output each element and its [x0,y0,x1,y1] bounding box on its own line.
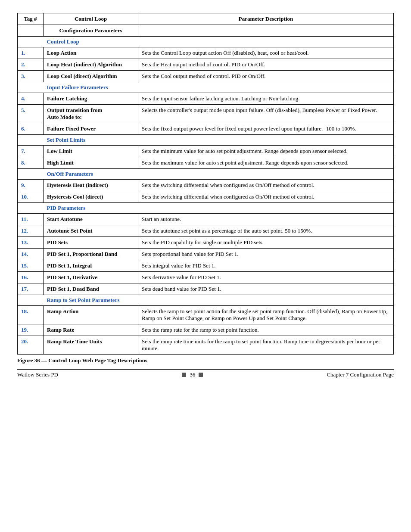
param-name-cell: Loop Cool (direct) Algorithm [44,71,138,82]
param-name-cell: High Limit [44,157,138,169]
footer-square-right [199,373,203,377]
footer: Watlow Series PD 36 Chapter 7 Configurat… [17,369,394,378]
tag-number: 1. [21,50,25,56]
section-label: Set Point Limits [44,135,394,146]
main-table: Tag # Control Loop Parameter Description… [17,13,394,355]
param-desc-cell: Sets dead band value for PID Set 1. [138,283,394,295]
tag-cell: 17. [18,283,44,295]
param-name-cell: Low Limit [44,146,138,157]
param-name: Output transition fromAuto Mode to: [47,107,102,120]
param-desc-cell: Start an autotune. [138,214,394,225]
table-row: 8.High LimitSets the maximum value for a… [18,157,394,169]
param-desc-cell: Sets the ramp rate for the ramp to set p… [138,324,394,336]
param-desc-cell: Selects the controller's output mode upo… [138,105,394,123]
section-label: PID Parameters [44,203,394,214]
config-subheader-empty2 [138,25,394,37]
param-desc-cell: Sets proportional band value for PID Set… [138,249,394,260]
param-name-cell: Output transition fromAuto Mode to: [44,105,138,123]
tag-cell: 10. [18,191,44,203]
param-name-cell: Start Autotune [44,214,138,225]
param-name: Loop Heat (indirect) Algorithm [47,61,122,68]
tag-cell: 11. [18,214,44,225]
table-row: 20.Ramp Rate Time UnitsSets the ramp rat… [18,336,394,355]
section-label: Control Loop [44,37,394,47]
tag-number: 20. [21,338,28,345]
param-name-cell: PID Set 1, Proportional Band [44,249,138,260]
section-header-row: Ramp to Set Point Parameters [18,295,394,306]
footer-left: Watlow Series PD [17,371,58,378]
table-row: 17.PID Set 1, Dead BandSets dead band va… [18,283,394,295]
table-row: 6.Failure Fixed PowerSets the fixed outp… [18,123,394,135]
param-desc-cell: Sets the switching differential when con… [138,191,394,203]
param-name: Ramp Rate Time Units [47,338,102,345]
tag-cell: 15. [18,260,44,272]
param-name: PID Set 1, Proportional Band [47,251,117,257]
table-row: 12.Autotune Set PointSets the autotune s… [18,225,394,237]
tag-number: 18. [21,308,28,314]
param-desc-cell: Sets the input sensor failure latching a… [138,93,394,105]
param-name: Ramp Action [47,308,78,314]
tag-cell: 1. [18,47,44,59]
table-row: 9.Hysteresis Heat (indirect)Sets the swi… [18,180,394,191]
figure-caption: Figure 36 — Control Loop Web Page Tag De… [17,357,394,364]
param-name-cell: Autotune Set Point [44,225,138,237]
page-content: Tag # Control Loop Parameter Description… [17,13,394,378]
tag-cell: 18. [18,306,44,324]
tag-cell: 5. [18,105,44,123]
table-row: 14.PID Set 1, Proportional BandSets prop… [18,249,394,260]
footer-square-left [182,373,186,377]
tag-number: 8. [21,159,25,166]
param-desc-cell: Sets the fixed output power level for fi… [138,123,394,135]
param-name-cell: Failure Latching [44,93,138,105]
param-name-cell: Loop Action [44,47,138,59]
section-header-row: On/Off Parameters [18,169,394,180]
param-desc-cell: Selects the ramp to set point action for… [138,306,394,324]
param-name-cell: PID Set 1, Dead Band [44,283,138,295]
tag-cell: 16. [18,272,44,283]
tag-number: 17. [21,286,28,292]
tag-cell: 3. [18,71,44,82]
tag-number: 19. [21,327,28,333]
tag-number: 12. [21,227,28,234]
param-name-cell: PID Set 1, Derivative [44,272,138,283]
table-row: 18.Ramp ActionSelects the ramp to set po… [18,306,394,324]
param-name: Ramp Rate [47,327,74,333]
tag-number: 9. [21,182,25,188]
param-desc-cell: Sets the Control Loop output action Off … [138,47,394,59]
param-name-cell: Hysteresis Cool (direct) [44,191,138,203]
tag-number: 7. [21,148,25,154]
param-desc-cell: Sets derivative value for PID Set 1. [138,272,394,283]
tag-number: 16. [21,274,28,280]
param-desc-cell: Sets the maximum value for auto set poin… [138,157,394,169]
param-name-cell: Loop Heat (indirect) Algorithm [44,59,138,71]
param-name-cell: PID Sets [44,237,138,249]
param-desc-cell: Sets the autotune set point as a percent… [138,225,394,237]
table-row: 15.PID Set 1, IntegralSets integral valu… [18,260,394,272]
param-name: High Limit [47,159,74,166]
tag-number: 13. [21,239,28,246]
header-loop: Control Loop [44,13,138,25]
section-tag-cell [18,135,44,146]
param-name: Failure Fixed Power [47,125,96,132]
header-tag: Tag # [18,13,44,25]
param-name-cell: PID Set 1, Integral [44,260,138,272]
param-desc-cell: Sets the Cool output method of control. … [138,71,394,82]
table-row: 11.Start AutotuneStart an autotune. [18,214,394,225]
param-desc-cell: Sets integral value for PID Set 1. [138,260,394,272]
param-name: Failure Latching [47,95,87,102]
footer-page: 36 [190,371,195,378]
tag-number: 14. [21,251,28,257]
param-name-cell: Ramp Rate Time Units [44,336,138,355]
section-tag-cell [18,82,44,93]
tag-number: 15. [21,262,28,269]
tag-number: 10. [21,193,28,200]
tag-cell: 2. [18,59,44,71]
section-label: Input Failure Parameters [44,82,394,93]
tag-cell: 14. [18,249,44,260]
tag-number: 4. [21,95,25,102]
table-row: 4.Failure LatchingSets the input sensor … [18,93,394,105]
header-desc: Parameter Description [138,13,394,25]
param-name: PID Sets [47,239,68,246]
param-name-cell: Ramp Rate [44,324,138,336]
footer-center: 36 [182,371,203,378]
